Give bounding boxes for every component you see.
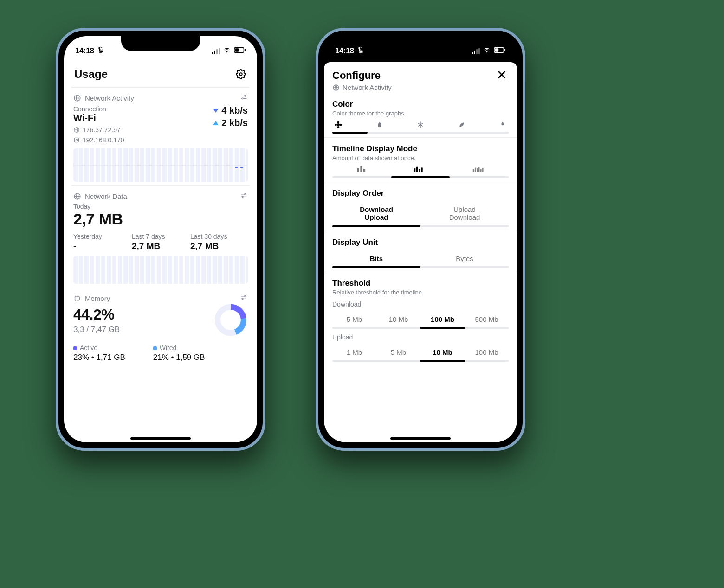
option-label: 5 Mb (391, 348, 406, 356)
memory-wired: Wired 21% • 1,59 GB (153, 344, 205, 362)
globe-icon (73, 192, 81, 200)
sliders-icon (240, 192, 248, 199)
svg-rect-40 (478, 167, 479, 172)
page-title: Usage (74, 68, 108, 81)
upload-arrow-icon (213, 121, 219, 125)
svg-rect-23 (504, 49, 505, 51)
configure-memory-button[interactable] (240, 294, 248, 303)
connection-label: Connection (73, 105, 124, 113)
display-unit-indicator (332, 266, 509, 268)
mute-icon (357, 46, 364, 56)
svg-rect-35 (419, 169, 420, 172)
option-label: 1 Mb (347, 348, 362, 356)
svg-rect-2 (235, 48, 239, 51)
threshold-sub: Relative threshold for the timeline. (332, 289, 509, 296)
threshold-upload-option[interactable]: 100 Mb (465, 345, 509, 359)
threshold-upload-option[interactable]: 1 Mb (332, 345, 376, 359)
drop-icon (376, 121, 383, 128)
svg-rect-41 (480, 169, 481, 172)
color-theme-option[interactable] (498, 120, 508, 130)
svg-point-15 (245, 295, 246, 297)
option-label: Bytes (456, 255, 473, 262)
option-label: 500 Mb (475, 315, 498, 323)
close-button[interactable] (495, 68, 509, 84)
today-label: Today (73, 203, 248, 210)
threshold-title: Threshold (332, 279, 509, 288)
threshold-download-option[interactable]: 100 Mb (420, 313, 465, 326)
threshold-download-label: Download (332, 300, 509, 308)
svg-rect-22 (495, 48, 498, 51)
threshold-download-option[interactable]: 10 Mb (376, 313, 420, 326)
bars-icon (472, 165, 485, 173)
connection-value: Wi-Fi (73, 113, 124, 123)
wifi-icon (223, 47, 231, 55)
svg-point-10 (76, 139, 78, 141)
svg-point-12 (245, 193, 246, 195)
download-arrow-icon (213, 109, 219, 113)
section-label: Network Activity (85, 94, 134, 102)
mute-icon (97, 46, 104, 56)
option-label: Bits (370, 255, 383, 262)
display-unit-option[interactable]: Bytes (420, 252, 509, 265)
svg-rect-32 (363, 169, 365, 172)
memory-section: Memory 44.2% 3,3 / 7,47 GB (71, 288, 250, 366)
svg-rect-33 (414, 168, 415, 172)
period-value: 2,7 MB (132, 241, 178, 251)
public-ip: 176.37.72.97 (83, 126, 121, 134)
sliders-icon (240, 294, 248, 301)
period-label: Last 7 days (132, 233, 178, 240)
network-data-chart (73, 256, 248, 284)
svg-rect-42 (482, 168, 483, 172)
status-time: 14:18 (75, 47, 94, 55)
timeline-option[interactable] (414, 165, 425, 174)
svg-point-20 (486, 51, 487, 52)
svg-rect-38 (475, 168, 476, 172)
configure-network-data-button[interactable] (240, 192, 248, 201)
color-title: Color (332, 100, 509, 109)
threshold-upload-option[interactable]: 5 Mb (376, 345, 420, 359)
color-sub: Color theme for the graphs. (332, 110, 509, 117)
memory-active: Active 23% • 1,71 GB (73, 344, 125, 362)
display-order-option[interactable]: Upload Download (420, 203, 509, 224)
timeline-option[interactable] (356, 165, 366, 174)
network-activity-chart (73, 148, 248, 182)
threshold-download-option[interactable]: 500 Mb (465, 313, 509, 326)
threshold-upload-label: Upload (332, 333, 509, 341)
settings-button[interactable] (235, 68, 247, 80)
home-indicator[interactable] (390, 437, 451, 440)
svg-point-27 (337, 126, 340, 128)
home-indicator[interactable] (130, 437, 191, 440)
period-7d: Last 7 days 2,7 MB (132, 233, 178, 251)
upload-speed: 2 kb/s (221, 118, 248, 128)
screen-right: 14:18 Configure (324, 36, 517, 442)
memory-percent: 44.2% (73, 306, 120, 323)
color-theme-option[interactable] (333, 120, 343, 130)
memory-sub: 3,3 / 7,47 GB (73, 325, 120, 334)
timeline-sub: Amount of data shown at once. (332, 154, 509, 161)
color-theme-option[interactable] (457, 120, 467, 130)
legend-label: Wired (160, 344, 177, 352)
display-order-title: Display Order (332, 189, 509, 198)
display-unit-option[interactable]: Bits (332, 252, 420, 265)
timeline-option[interactable] (472, 165, 485, 174)
color-theme-option[interactable] (375, 120, 385, 130)
leaf-icon (458, 121, 465, 128)
gear-icon (236, 69, 246, 79)
svg-rect-9 (74, 138, 78, 142)
configure-network-activity-button[interactable] (240, 93, 248, 102)
battery-icon (494, 47, 506, 55)
snowflake-icon (417, 121, 424, 128)
threshold-upload-option[interactable]: 10 Mb (420, 345, 465, 359)
legend-dot-icon (73, 346, 77, 350)
threshold-download-option[interactable]: 5 Mb (332, 313, 376, 326)
svg-rect-30 (357, 168, 359, 172)
color-theme-option[interactable] (415, 120, 426, 130)
display-order-option[interactable]: Download Upload (332, 203, 420, 224)
svg-point-4 (239, 73, 242, 76)
cellular-icon (212, 48, 220, 54)
section-label: Memory (85, 294, 110, 302)
svg-rect-14 (75, 296, 80, 300)
threshold-download-indicator (332, 327, 509, 329)
chip-icon (73, 294, 81, 302)
section-label: Network Data (85, 192, 127, 200)
